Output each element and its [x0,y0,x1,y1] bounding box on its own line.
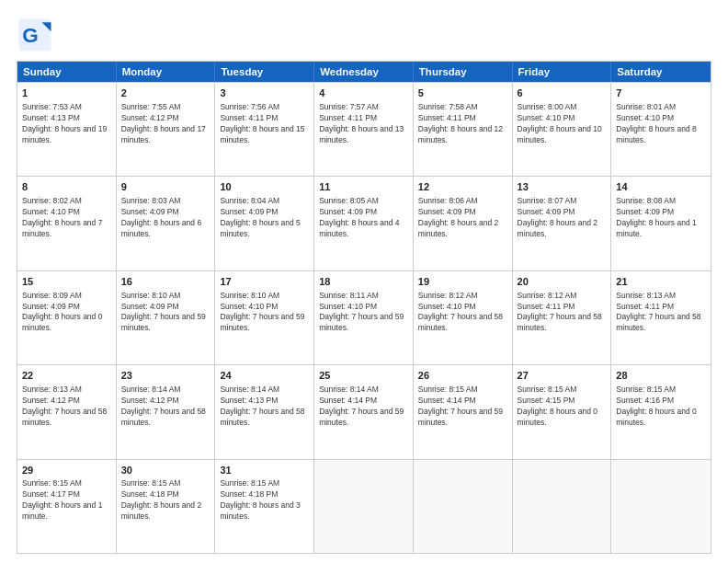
cal-cell-empty-4-5 [513,460,612,553]
svg-text:G: G [22,24,39,47]
cal-cell-day-16: 16Sunrise: 8:10 AMSunset: 4:09 PMDayligh… [117,271,216,364]
day-info: Sunrise: 7:53 AMSunset: 4:13 PMDaylight:… [22,102,111,146]
cal-cell-day-24: 24Sunrise: 8:14 AMSunset: 4:13 PMDayligh… [215,365,314,458]
day-number: 22 [22,369,111,383]
day-info: Sunrise: 8:11 AMSunset: 4:10 PMDaylight:… [319,291,408,335]
day-number: 11 [319,180,408,194]
cal-cell-day-15: 15Sunrise: 8:09 AMSunset: 4:09 PMDayligh… [17,271,117,364]
cal-cell-empty-4-4 [414,460,513,553]
day-number: 31 [220,464,309,477]
day-info: Sunrise: 8:13 AMSunset: 4:12 PMDaylight:… [22,385,111,429]
cal-cell-empty-4-6 [611,460,711,553]
cal-cell-day-31: 31Sunrise: 8:15 AMSunset: 4:18 PMDayligh… [215,460,314,553]
cal-cell-day-1: 1Sunrise: 7:53 AMSunset: 4:13 PMDaylight… [17,83,117,176]
cal-cell-day-7: 7Sunrise: 8:01 AMSunset: 4:10 PMDaylight… [611,83,711,176]
day-number: 5 [418,86,507,100]
cal-cell-day-12: 12Sunrise: 8:06 AMSunset: 4:09 PMDayligh… [414,177,513,270]
day-info: Sunrise: 7:55 AMSunset: 4:12 PMDaylight:… [121,102,210,146]
day-info: Sunrise: 8:12 AMSunset: 4:11 PMDaylight:… [518,291,607,335]
day-info: Sunrise: 7:56 AMSunset: 4:11 PMDaylight:… [220,102,309,146]
cal-cell-day-18: 18Sunrise: 8:11 AMSunset: 4:10 PMDayligh… [314,271,414,364]
day-info: Sunrise: 8:05 AMSunset: 4:09 PMDaylight:… [319,196,408,240]
cal-header-thursday: Thursday [414,62,513,82]
day-info: Sunrise: 8:08 AMSunset: 4:09 PMDaylight:… [616,196,706,240]
day-info: Sunrise: 8:13 AMSunset: 4:11 PMDaylight:… [616,291,706,335]
day-number: 20 [518,275,607,289]
cal-cell-empty-4-3 [314,460,414,553]
cal-header-monday: Monday [117,62,216,82]
cal-header-wednesday: Wednesday [314,62,414,82]
cal-cell-day-25: 25Sunrise: 8:14 AMSunset: 4:14 PMDayligh… [314,365,414,458]
cal-cell-day-23: 23Sunrise: 8:14 AMSunset: 4:12 PMDayligh… [117,365,216,458]
cal-week-row-3: 22Sunrise: 8:13 AMSunset: 4:12 PMDayligh… [17,364,711,458]
cal-week-row-0: 1Sunrise: 7:53 AMSunset: 4:13 PMDaylight… [17,82,711,176]
day-info: Sunrise: 8:14 AMSunset: 4:12 PMDaylight:… [121,385,210,429]
day-number: 25 [319,369,408,383]
day-info: Sunrise: 8:14 AMSunset: 4:13 PMDaylight:… [220,385,309,429]
cal-week-row-2: 15Sunrise: 8:09 AMSunset: 4:09 PMDayligh… [17,270,711,364]
cal-cell-day-3: 3Sunrise: 7:56 AMSunset: 4:11 PMDaylight… [215,83,314,176]
cal-cell-day-4: 4Sunrise: 7:57 AMSunset: 4:11 PMDaylight… [314,83,414,176]
cal-cell-day-17: 17Sunrise: 8:10 AMSunset: 4:10 PMDayligh… [215,271,314,364]
cal-cell-day-19: 19Sunrise: 8:12 AMSunset: 4:10 PMDayligh… [414,271,513,364]
calendar: SundayMondayTuesdayWednesdayThursdayFrid… [17,61,711,554]
day-info: Sunrise: 8:15 AMSunset: 4:18 PMDaylight:… [121,478,210,523]
day-info: Sunrise: 8:10 AMSunset: 4:10 PMDaylight:… [220,291,309,335]
cal-cell-day-20: 20Sunrise: 8:12 AMSunset: 4:11 PMDayligh… [513,271,612,364]
cal-cell-day-11: 11Sunrise: 8:05 AMSunset: 4:09 PMDayligh… [314,177,414,270]
cal-cell-day-30: 30Sunrise: 8:15 AMSunset: 4:18 PMDayligh… [117,460,216,553]
day-number: 10 [220,180,309,194]
day-info: Sunrise: 8:14 AMSunset: 4:14 PMDaylight:… [319,385,408,429]
cal-cell-day-2: 2Sunrise: 7:55 AMSunset: 4:12 PMDaylight… [117,83,216,176]
cal-cell-day-26: 26Sunrise: 8:15 AMSunset: 4:14 PMDayligh… [414,365,513,458]
day-info: Sunrise: 7:58 AMSunset: 4:11 PMDaylight:… [418,102,507,146]
cal-header-friday: Friday [513,62,612,82]
day-number: 2 [121,86,210,100]
cal-header-tuesday: Tuesday [215,62,314,82]
day-info: Sunrise: 8:02 AMSunset: 4:10 PMDaylight:… [22,196,111,240]
day-number: 16 [121,275,210,289]
logo-icon: G [17,17,53,53]
cal-cell-day-29: 29Sunrise: 8:15 AMSunset: 4:17 PMDayligh… [17,460,117,553]
day-number: 6 [518,86,607,100]
day-number: 19 [418,275,507,289]
calendar-body: 1Sunrise: 7:53 AMSunset: 4:13 PMDaylight… [17,82,711,553]
day-number: 4 [319,86,408,100]
day-number: 3 [220,86,309,100]
day-info: Sunrise: 8:00 AMSunset: 4:10 PMDaylight:… [518,102,607,146]
cal-cell-day-14: 14Sunrise: 8:08 AMSunset: 4:09 PMDayligh… [611,177,711,270]
day-info: Sunrise: 8:10 AMSunset: 4:09 PMDaylight:… [121,291,210,335]
day-number: 24 [220,369,309,383]
cal-cell-day-21: 21Sunrise: 8:13 AMSunset: 4:11 PMDayligh… [611,271,711,364]
page: G SundayMondayTuesdayWednesdayThursdayFr… [0,0,728,563]
cal-cell-day-5: 5Sunrise: 7:58 AMSunset: 4:11 PMDaylight… [414,83,513,176]
cal-week-row-1: 8Sunrise: 8:02 AMSunset: 4:10 PMDaylight… [17,176,711,270]
cal-header-sunday: Sunday [17,62,117,82]
day-number: 18 [319,275,408,289]
day-info: Sunrise: 8:12 AMSunset: 4:10 PMDaylight:… [418,291,507,335]
day-number: 30 [121,464,210,477]
day-number: 29 [22,464,111,477]
day-number: 21 [616,275,706,289]
cal-cell-day-10: 10Sunrise: 8:04 AMSunset: 4:09 PMDayligh… [215,177,314,270]
day-info: Sunrise: 8:15 AMSunset: 4:17 PMDaylight:… [22,478,111,523]
cal-cell-day-9: 9Sunrise: 8:03 AMSunset: 4:09 PMDaylight… [117,177,216,270]
day-info: Sunrise: 7:57 AMSunset: 4:11 PMDaylight:… [319,102,408,146]
day-info: Sunrise: 8:03 AMSunset: 4:09 PMDaylight:… [121,196,210,240]
day-number: 14 [616,180,706,194]
day-info: Sunrise: 8:06 AMSunset: 4:09 PMDaylight:… [418,196,507,240]
header: G [17,17,711,53]
day-number: 8 [22,180,111,194]
cal-cell-day-8: 8Sunrise: 8:02 AMSunset: 4:10 PMDaylight… [17,177,117,270]
day-info: Sunrise: 8:15 AMSunset: 4:14 PMDaylight:… [418,385,507,429]
logo: G [17,17,55,53]
day-number: 15 [22,275,111,289]
day-number: 23 [121,369,210,383]
day-info: Sunrise: 8:15 AMSunset: 4:16 PMDaylight:… [616,385,706,429]
cal-cell-day-22: 22Sunrise: 8:13 AMSunset: 4:12 PMDayligh… [17,365,117,458]
day-number: 9 [121,180,210,194]
day-number: 27 [518,369,607,383]
cal-cell-day-28: 28Sunrise: 8:15 AMSunset: 4:16 PMDayligh… [611,365,711,458]
day-number: 7 [616,86,706,100]
calendar-header-row: SundayMondayTuesdayWednesdayThursdayFrid… [17,62,711,82]
